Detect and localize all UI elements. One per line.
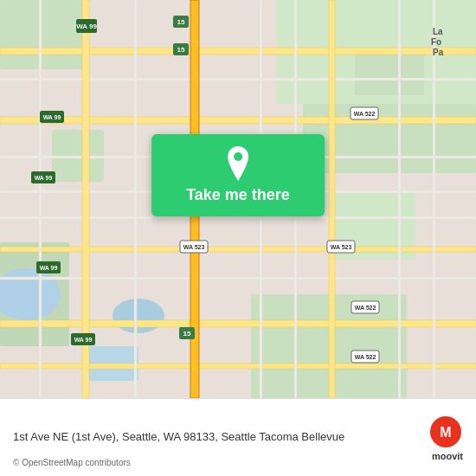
take-me-there-button[interactable]: Take me there bbox=[151, 134, 325, 216]
svg-rect-29 bbox=[398, 0, 401, 398]
svg-rect-13 bbox=[0, 117, 476, 124]
svg-rect-20 bbox=[0, 216, 476, 219]
cta-label: Take me there bbox=[186, 186, 290, 204]
svg-point-60 bbox=[234, 152, 242, 161]
svg-text:Pa: Pa bbox=[433, 48, 444, 57]
svg-text:15: 15 bbox=[177, 18, 185, 26]
svg-text:WA 99: WA 99 bbox=[74, 337, 93, 343]
svg-rect-21 bbox=[0, 277, 476, 280]
location-pin-icon bbox=[224, 146, 252, 181]
svg-rect-24 bbox=[329, 0, 335, 398]
svg-text:WA 523: WA 523 bbox=[183, 244, 205, 250]
svg-point-11 bbox=[113, 299, 164, 333]
svg-rect-30 bbox=[433, 0, 435, 398]
svg-rect-15 bbox=[0, 320, 476, 327]
svg-text:WA 523: WA 523 bbox=[331, 244, 352, 250]
svg-text:WA 522: WA 522 bbox=[354, 111, 376, 117]
moovit-logo: M moovit bbox=[428, 415, 463, 461]
copyright-text: © OpenStreetMap contributors bbox=[13, 458, 131, 467]
svg-text:15: 15 bbox=[177, 46, 185, 54]
map-container: WA 99 15 15 WA 99 WA 99 WA 522 WA 523 WA… bbox=[0, 0, 476, 398]
svg-text:WA 522: WA 522 bbox=[355, 305, 376, 311]
svg-text:WA 99: WA 99 bbox=[43, 114, 61, 120]
svg-text:WA 99: WA 99 bbox=[40, 265, 58, 271]
svg-rect-12 bbox=[0, 48, 476, 55]
svg-text:15: 15 bbox=[183, 330, 191, 338]
svg-rect-14 bbox=[0, 247, 476, 252]
svg-text:M: M bbox=[440, 425, 451, 440]
svg-rect-8 bbox=[355, 52, 424, 95]
svg-rect-1 bbox=[0, 0, 87, 69]
svg-rect-25 bbox=[39, 0, 42, 398]
svg-rect-16 bbox=[0, 363, 476, 369]
svg-rect-26 bbox=[134, 0, 137, 398]
svg-text:WA 99: WA 99 bbox=[76, 23, 97, 30]
svg-rect-17 bbox=[0, 78, 476, 80]
address-text: 1st Ave NE (1st Ave), Seattle, WA 98133,… bbox=[13, 429, 420, 445]
svg-text:La: La bbox=[433, 27, 443, 36]
moovit-icon: M bbox=[428, 415, 463, 449]
svg-text:WA 522: WA 522 bbox=[355, 354, 376, 360]
moovit-brand-label: moovit bbox=[432, 451, 463, 461]
svg-text:Fo: Fo bbox=[431, 37, 441, 47]
svg-text:WA 99: WA 99 bbox=[35, 175, 53, 181]
